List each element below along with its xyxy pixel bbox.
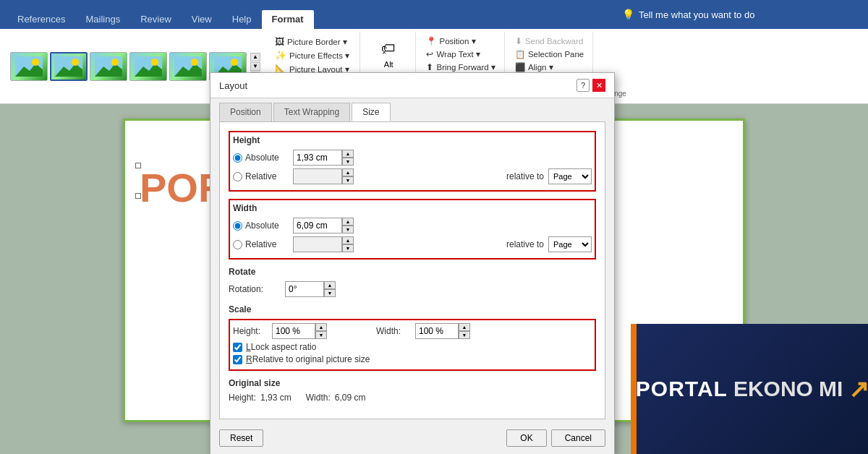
orig-height-value: 1,93 cm [260,393,292,403]
scale-width-spinner: ▲ ▼ [459,323,470,339]
rotation-field[interactable] [285,281,324,297]
width-rel-down[interactable]: ▼ [342,244,354,252]
scale-height-up[interactable]: ▲ [315,323,327,331]
brand-text2: EKONO [733,377,813,401]
scale-height-input: ▲ ▼ [272,323,327,339]
height-relative-row: Relative ▲ ▼ relative to Page Margin [233,168,592,184]
height-rel-up[interactable]: ▲ [342,168,354,176]
height-absolute-row: Absolute ▲ ▼ [233,150,592,166]
brand-logo: PORTAL EKONO MI ↗ [636,374,868,403]
pic-style-4[interactable] [129,52,167,81]
reset-button[interactable]: Reset [219,429,263,447]
width-relative-label[interactable]: Relative [233,239,287,249]
width-abs-field[interactable] [293,218,342,234]
height-rel-field[interactable] [293,168,342,184]
width-absolute-row: Absolute ▲ ▼ [233,218,592,234]
scale-width-label: Width: [376,326,412,336]
scale-width-input: ▲ ▼ [415,323,470,339]
height-absolute-label[interactable]: Absolute [233,153,287,163]
dialog-titlebar: Layout ? ✕ [210,73,614,98]
width-absolute-label[interactable]: Absolute [233,220,287,231]
alt-btn[interactable]: Alt [384,60,393,69]
height-rel-select[interactable]: Page Margin [548,168,592,184]
width-rel-up[interactable]: ▲ [342,236,354,244]
width-rel-select[interactable]: Page Margin [548,236,592,252]
position-btn[interactable]: 📍 Position ▾ [423,35,498,48]
picture-border-btn[interactable]: 🖼 Picture Border ▾ [272,35,354,48]
height-absolute-radio[interactable] [233,153,242,163]
tab-view[interactable]: View [182,10,222,29]
tell-me-bar: 💡 Tell me what you want to do [615,0,868,29]
lock-aspect-checkbox[interactable] [233,343,242,352]
height-abs-down[interactable]: ▼ [342,158,354,166]
lightbulb-icon: 💡 [622,9,634,20]
lock-aspect-label: LLock aspect ratio [246,342,316,352]
backward-icon: ⬇ [515,36,522,46]
brand-text: PORTAL [636,377,728,401]
dialog-content: Height Absolute ▲ ▼ Relative [219,121,605,419]
scale-width-down[interactable]: ▼ [459,331,470,339]
relative-original-checkbox[interactable] [233,355,242,364]
send-backward-btn[interactable]: ⬇ Send Backward [512,35,587,48]
height-abs-up[interactable]: ▲ [342,150,354,158]
svg-point-5 [72,59,79,66]
width-rel-to-label: relative to [506,239,544,249]
height-abs-field[interactable] [293,150,342,166]
scroll-up[interactable]: ▲ [250,53,260,61]
tab-references[interactable]: References [7,10,75,29]
height-rel-down[interactable]: ▼ [342,176,354,184]
tab-format[interactable]: Format [262,10,314,29]
tab-text-wrapping[interactable]: Text Wrapping [273,103,350,121]
height-relative-radio[interactable] [233,172,242,181]
width-rel-spinner: ▲ ▼ [342,236,354,252]
height-rel-input: ▲ ▼ [293,168,354,184]
original-size-section: Original size Height: 1,93 cm Width: 6,0… [229,378,596,403]
cancel-button[interactable]: Cancel [551,429,605,447]
handle-bl[interactable] [135,193,141,199]
brand-chart-icon: ↗ [848,374,868,403]
scale-height-down[interactable]: ▼ [315,331,327,339]
scroll-down[interactable]: ▼ [250,62,260,71]
svg-point-17 [231,59,238,66]
pic-style-2[interactable] [50,52,88,81]
relative-original-label: RRelative to original picture size [246,354,370,364]
width-title: Width [233,203,592,213]
rotation-up[interactable]: ▲ [324,281,336,289]
rotation-down[interactable]: ▼ [324,289,336,297]
width-abs-up[interactable]: ▲ [342,218,354,226]
tab-review[interactable]: Review [130,10,182,29]
rotate-title: Rotate [229,267,596,277]
height-relative-label[interactable]: Relative [233,171,287,181]
width-relative-radio[interactable] [233,240,242,249]
scale-width-field-input[interactable] [415,323,459,339]
wrap-text-btn[interactable]: ↩ Wrap Text ▾ [423,48,498,61]
dialog-close-btn[interactable]: ✕ [592,79,605,92]
tell-me-text[interactable]: Tell me what you want to do [639,9,754,20]
tab-position[interactable]: Position [219,103,272,121]
width-rel-field[interactable] [293,236,342,252]
svg-point-14 [191,59,198,66]
selection-pane-btn[interactable]: 📋 Selection Pane [512,48,587,61]
forward-icon: ⬆ [426,62,433,72]
dialog-buttons: Reset OK Cancel [210,425,614,454]
ok-button[interactable]: OK [506,429,546,447]
width-abs-input: ▲ ▼ [293,218,354,234]
scale-height-spinner: ▲ ▼ [315,323,327,339]
width-absolute-radio[interactable] [233,221,242,231]
pic-style-1[interactable] [10,52,48,81]
svg-point-2 [32,59,39,66]
handle-tl[interactable] [135,163,141,168]
dialog-help-btn[interactable]: ? [576,79,590,92]
picture-effects-btn[interactable]: ✨ Picture Effects ▾ [272,48,354,62]
pane-icon: 📋 [515,49,525,59]
scale-width-up[interactable]: ▲ [459,323,470,331]
orig-size-row: Height: 1,93 cm Width: 6,09 cm [229,393,596,403]
pic-style-3[interactable] [90,52,127,81]
layout-dialog: Layout ? ✕ Position Text Wrapping Size H… [210,72,615,454]
tab-size[interactable]: Size [352,103,390,121]
pic-style-5[interactable] [169,52,207,81]
width-abs-down[interactable]: ▼ [342,226,354,234]
tab-help[interactable]: Help [222,10,262,29]
tab-mailings[interactable]: Mailings [75,10,130,29]
scale-height-field-input[interactable] [272,323,315,339]
